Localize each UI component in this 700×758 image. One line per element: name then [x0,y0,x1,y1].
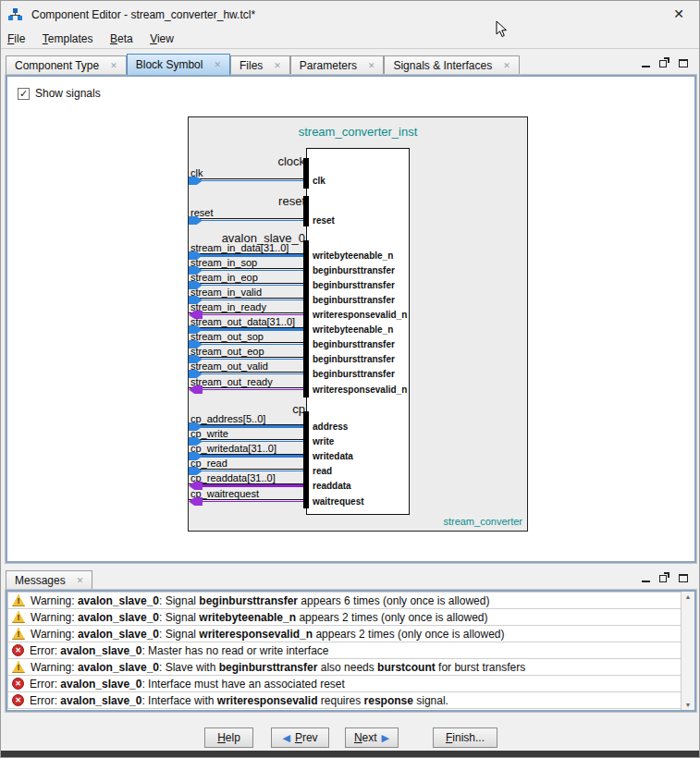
menu-templates[interactable]: Templates [36,29,100,48]
title-bar: Component Editor - stream_converter_hw.t… [1,1,699,29]
menu-file[interactable]: File [1,29,31,48]
internal-signal-label: writeresponsevalid_n [313,385,407,395]
interface-bar-cp [303,411,309,508]
interface-bar-clock [303,158,309,189]
message-row[interactable]: ! Warning: avalon_slave_0: Signal beginb… [7,592,682,609]
warning-icon: ! [12,628,25,640]
tab-parameters[interactable]: Parameters ✕ [290,55,385,75]
menu-view[interactable]: View [143,29,180,48]
port-row: cp_waitrequest [189,486,306,505]
internal-signal-label: reset [313,215,335,226]
internal-signal-label: beginbursttransfer [313,265,395,275]
menu-bar: File Templates Beta View [1,29,699,49]
message-row[interactable]: ✕ Error: avalon_slave_0: Interface must … [7,675,682,692]
internal-signal-label: readdata [313,481,351,491]
messages-panel: ! Warning: avalon_slave_0: Signal beginb… [6,590,696,712]
tab-label: Block Symbol [136,58,203,71]
next-arrow-icon: ▶ [382,732,389,744]
port-label: stream_out_data[31..0] [190,316,295,327]
internal-signal-label: beginbursttransfer [313,354,395,364]
warning-icon: ! [12,661,25,673]
port-label: stream_out_sop [190,331,264,342]
component-editor-window: { "window": { "title": "Component Editor… [0,0,700,758]
port-label: stream_in_valid [190,287,262,298]
port-label: cp_readdata[31..0] [190,472,276,483]
show-signals-row: ✓ Show signals [18,87,101,100]
app-icon [8,8,23,21]
message-row[interactable]: ✕ Error: avalon_slave_0: Master has no r… [7,642,682,659]
port-row: clk [189,165,306,184]
finish-button[interactable]: Finish... [433,727,497,748]
internal-signal-label: beginbursttransfer [313,280,395,290]
float-window-icon[interactable] [659,60,667,67]
tab-files[interactable]: Files ✕ [230,55,290,75]
tab-close-icon[interactable]: ✕ [214,60,221,69]
maximize-icon[interactable] [679,59,688,67]
instance-name-label: stream_converter_inst [189,125,527,139]
main-panel-controls [642,59,688,67]
message-row[interactable]: ✕ Error: avalon_slave_0: Interface with … [7,691,682,709]
messages-scrollbar[interactable]: ▲ ▼ [681,592,694,710]
message-text: Warning: avalon_slave_0: Signal writebyt… [31,611,487,624]
tab-label: Signals & Interfaces [393,59,492,72]
message-row[interactable]: ! Warning: avalon_slave_0: Slave with be… [7,658,682,676]
minimize-icon[interactable] [642,574,650,582]
port-row: reset [189,205,306,224]
block-symbol-diagram[interactable]: stream_converter_inst stream_converter c… [188,116,528,532]
port-label: stream_out_ready [190,376,273,387]
port-label: cp_address[5..0] [190,413,265,424]
interface-bar-reset [303,196,309,226]
tab-label: Parameters [300,59,357,72]
port-label: stream_out_valid [190,361,268,372]
message-text: Error: avalon_slave_0: Master has no rea… [30,644,329,657]
internal-signal-label: beginbursttransfer [313,369,395,379]
wire [194,501,306,502]
internal-signal-label: writeresponsevalid_n [313,310,407,320]
scroll-down-icon[interactable]: ▼ [682,702,694,708]
mouse-cursor [496,20,508,38]
message-text: Warning: avalon_slave_0: Slave with begi… [31,661,525,674]
tab-close-icon[interactable]: ✕ [110,61,117,70]
message-text: Error: avalon_slave_0: Interface with wr… [30,694,448,707]
internal-signal-label: write [313,436,334,446]
interface-bar-avalon-slave-0 [303,240,309,397]
internal-signal-label: writebyteenable_n [313,251,393,261]
menu-beta[interactable]: Beta [104,29,140,48]
tab-label: Files [239,59,263,72]
float-window-icon[interactable] [659,575,667,582]
error-icon: ✕ [12,644,24,656]
show-signals-label: Show signals [35,87,101,100]
prev-button[interactable]: ◀ Prev [271,727,329,748]
port-label: stream_in_data[31..0] [190,242,289,253]
scroll-up-icon[interactable]: ▲ [682,593,694,600]
show-signals-checkbox[interactable]: ✓ [18,88,30,100]
next-button[interactable]: Next ▶ [345,727,399,748]
tab-close-icon[interactable]: ✕ [503,61,510,70]
port-label: stream_in_sop [190,257,257,268]
message-row[interactable]: ! Warning: avalon_slave_0: Signal writer… [7,625,682,642]
bottom-edge-strip [1,751,699,758]
message-text: Error: avalon_slave_0: Interface must ha… [30,678,345,691]
wire [194,389,306,390]
warning-icon: ! [12,611,25,623]
tab-component-type[interactable]: Component Type ✕ [6,55,127,75]
port-label: stream_in_eop [190,272,258,283]
tab-close-icon[interactable]: ✕ [368,61,375,70]
error-icon: ✕ [12,678,24,690]
tab-messages[interactable]: Messages ✕ [6,570,92,590]
tab-label: Component Type [15,59,99,72]
tab-block-symbol[interactable]: Block Symbol ✕ [127,54,230,75]
messages-panel-controls [642,574,688,582]
maximize-icon[interactable] [679,574,688,582]
error-icon: ✕ [12,694,24,706]
wire [194,180,306,181]
tab-close-icon[interactable]: ✕ [274,61,281,70]
window-close-icon[interactable]: ✕ [673,6,684,21]
tab-close-icon[interactable]: ✕ [77,576,84,585]
message-row[interactable]: ! Warning: avalon_slave_0: Signal writeb… [7,608,682,626]
tab-signals-interfaces[interactable]: Signals & Interfaces ✕ [384,55,519,75]
help-button[interactable]: Help [204,727,253,748]
internal-signal-label: writebyteenable_n [313,324,393,335]
message-text: Warning: avalon_slave_0: Signal writeres… [31,628,505,641]
minimize-icon[interactable] [642,59,650,67]
